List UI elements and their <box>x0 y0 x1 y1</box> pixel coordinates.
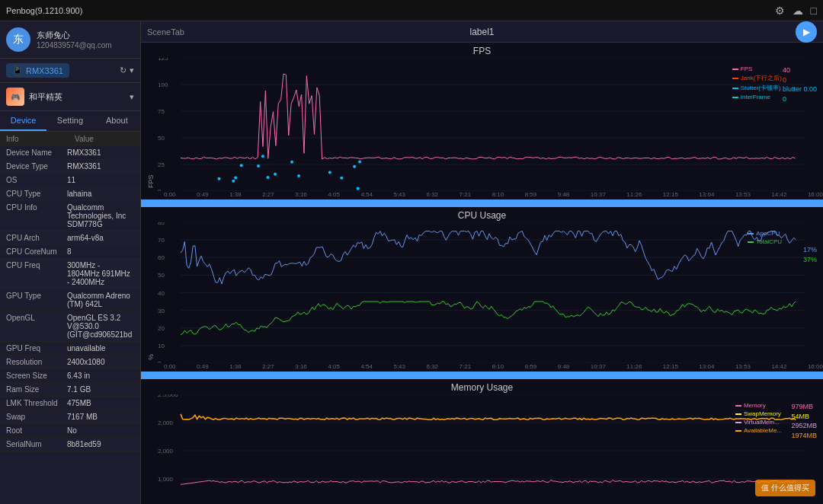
window-icon[interactable]: □ <box>811 5 817 17</box>
refresh-icon[interactable]: ↻ <box>120 65 126 75</box>
table-row: Device NameRMX3361 <box>0 146 140 160</box>
x-axis-label: 10:37 <box>591 191 606 198</box>
memory-right-values: 979MB 54MB 2952MB 1974MB <box>791 402 817 440</box>
x-axis-label: 4:54 <box>360 363 373 370</box>
info-value: Qualcomm Adreno (TM) 642L <box>67 292 134 308</box>
fps-canvas <box>158 58 805 191</box>
memory-legend-swap: SwapMemory <box>735 410 782 417</box>
table-row: RootNo <box>0 424 140 438</box>
app-selector[interactable]: 🎮 和平精英 ▾ <box>0 83 140 111</box>
x-axis-label: 6:32 <box>427 191 439 198</box>
x-axis-label: 0:00 <box>164 191 176 198</box>
info-table: Info Value Device NameRMX3361Device Type… <box>0 132 140 504</box>
table-row: GPU TypeQualcomm Adreno (TM) 642L <box>0 289 140 311</box>
settings-icon[interactable]: ⚙ <box>775 5 785 17</box>
table-row: OpenGLOpenGL ES 3.2 V@530.0 (GIT@cd90652… <box>0 311 140 342</box>
x-axis-label: 12:15 <box>663 363 678 370</box>
info-value: RMX3361 <box>67 148 134 157</box>
user-info: 东师兔心 1204839574@qq.com <box>37 30 112 49</box>
top-bar: Penbog(9.1210.900) ⚙ ☁ □ <box>0 0 823 21</box>
cpu-chart-wrapper: % AppCPU TotalCPU 17% 37% <box>141 222 823 363</box>
table-row: CPU CoreNum8 <box>0 245 140 259</box>
x-axis-label: 10:37 <box>591 363 606 370</box>
device-selector[interactable]: 📱 RMX3361 ↻ ▾ <box>0 59 140 83</box>
info-key: CPU Freq <box>6 261 67 286</box>
info-key: CPU CoreNum <box>6 247 67 256</box>
cpu-legend: AppCPU TotalCPU <box>748 230 782 245</box>
table-row: CPU InfoQualcomm Technologies, Inc SDM77… <box>0 201 140 231</box>
x-axis-label: 4:05 <box>328 363 340 370</box>
app-name: 和平精英 <box>29 91 125 103</box>
cpu-canvas <box>158 222 805 363</box>
cpu-x-axis: 0:000:491:382:273:164:054:545:436:327:21… <box>141 363 823 372</box>
info-rows: Device NameRMX3361Device TypeRMX3361OS11… <box>0 146 140 451</box>
tab-about[interactable]: About <box>94 111 140 131</box>
tab-device[interactable]: Device <box>0 111 46 131</box>
info-key: CPU Info <box>6 203 67 228</box>
table-row: GPU Frequnavailable <box>0 342 140 356</box>
info-value: 8b81ed59 <box>67 440 134 448</box>
app-arrow-icon: ▾ <box>130 92 134 102</box>
x-axis-label: 11:26 <box>626 363 642 370</box>
device-icons: ↻ ▾ <box>120 65 134 75</box>
cpu-canvas-area: AppCPU TotalCPU 17% 37% <box>158 222 820 363</box>
info-key: OpenGL <box>6 314 67 339</box>
tab-setting[interactable]: Setting <box>46 111 93 131</box>
chevron-down-icon[interactable]: ▾ <box>130 65 134 75</box>
device-badge: 📱 RMX3361 <box>6 63 69 78</box>
x-axis-label: 13:04 <box>699 191 714 198</box>
table-row: Swap7167 MB <box>0 410 140 424</box>
avatar-letter: 东 <box>13 33 24 46</box>
cloud-icon[interactable]: ☁ <box>793 5 803 17</box>
memory-legend-virtual: VirtualMem... <box>735 419 782 426</box>
cpu-slider[interactable] <box>141 372 823 378</box>
info-key: Device Name <box>6 148 67 157</box>
top-bar-icons: ⚙ ☁ □ <box>775 5 817 17</box>
avatar: 东 <box>6 27 30 52</box>
table-row: Screen Size6.43 in <box>0 369 140 383</box>
info-value: RMX3361 <box>67 162 134 171</box>
x-axis-label: 14:42 <box>771 191 786 198</box>
memory-legend: Memory SwapMemory VirtualMem... Availabl… <box>735 402 782 434</box>
cpu-legend-app: AppCPU <box>748 230 782 237</box>
info-value: unavailable <box>67 344 134 352</box>
table-row: OS11 <box>0 174 140 187</box>
x-axis-label: 13:53 <box>735 191 751 198</box>
app-icon: 🎮 <box>6 88 24 106</box>
cpu-chart-section: CPU Usage % AppCPU TotalCPU 17% <box>141 207 823 379</box>
fps-chart-section: FPS FPS FPS Jank(下行之后) Stutter(卡顿率) Inte… <box>141 43 823 207</box>
x-axis-label: 13:04 <box>699 363 714 370</box>
memory-y-label: MB <box>144 394 158 504</box>
x-axis-label: 3:16 <box>295 191 307 198</box>
memory-chart-title: Memory Usage <box>141 379 823 394</box>
scene-tab-label[interactable]: SceneTab <box>147 27 184 37</box>
cpu-legend-total: TotalCPU <box>748 238 782 245</box>
x-axis-label: 13:53 <box>735 363 751 370</box>
info-value: No <box>67 426 134 435</box>
play-button[interactable]: ▶ <box>796 21 817 43</box>
x-axis-label: 0:49 <box>197 363 209 370</box>
info-key: Device Type <box>6 162 67 171</box>
table-row: CPU Archarm64-v8a <box>0 231 140 245</box>
info-key: Root <box>6 426 67 435</box>
x-axis-label: 11:26 <box>626 191 642 198</box>
fps-slider[interactable] <box>141 199 823 206</box>
table-row: SerialNum8b81ed59 <box>0 438 140 451</box>
fps-x-axis: 0:000:491:382:273:164:054:545:436:327:21… <box>141 191 823 199</box>
info-value: 7.1 GB <box>67 385 134 394</box>
x-axis-label: 1:38 <box>229 191 242 198</box>
x-axis-label: 7:21 <box>460 191 472 198</box>
device-name: RMX3361 <box>26 66 63 75</box>
info-value: OpenGL ES 3.2 V@530.0 (GIT@cd906521bd <box>67 314 134 339</box>
fps-chart-inner: FPS FPS Jank(下行之后) Stutter(卡顿率) InterFra… <box>141 58 823 206</box>
x-axis-label: 4:05 <box>328 191 340 198</box>
info-value: Qualcomm Technologies, Inc SDM778G <box>67 203 134 228</box>
x-axis-label: 0:00 <box>164 363 176 370</box>
cpu-chart-title: CPU Usage <box>141 207 823 222</box>
info-value: 475MB <box>67 399 134 407</box>
fps-chart-wrapper: FPS FPS Jank(下行之后) Stutter(卡顿率) InterFra… <box>141 58 823 191</box>
cpu-y-label: % <box>144 222 158 363</box>
header-info: Info <box>6 135 67 143</box>
main-layout: 东 东师兔心 1204839574@qq.com 📱 RMX3361 ↻ ▾ 🎮… <box>0 21 823 504</box>
fps-legend: FPS Jank(下行之后) Stutter(卡顿率) InterFrame <box>732 65 782 100</box>
